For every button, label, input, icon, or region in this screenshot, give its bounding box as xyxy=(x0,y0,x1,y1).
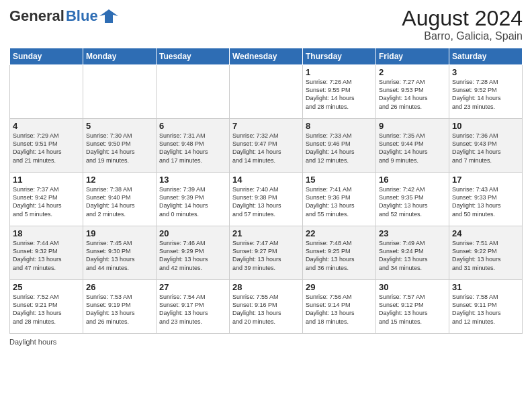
logo: General Blue xyxy=(9,7,118,26)
day-info: Sunrise: 7:55 AM Sunset: 9:16 PM Dayligh… xyxy=(232,293,300,326)
day-info: Sunrise: 7:26 AM Sunset: 9:55 PM Dayligh… xyxy=(306,78,373,111)
day-info: Sunrise: 7:45 AM Sunset: 9:30 PM Dayligh… xyxy=(86,239,153,272)
calendar-cell: 17Sunrise: 7:43 AM Sunset: 9:33 PM Dayli… xyxy=(449,173,523,226)
day-info: Sunrise: 7:35 AM Sunset: 9:44 PM Dayligh… xyxy=(379,132,446,165)
day-of-week-header: Sunday xyxy=(10,48,83,65)
day-info: Sunrise: 7:31 AM Sunset: 9:48 PM Dayligh… xyxy=(159,132,226,165)
calendar-cell: 18Sunrise: 7:44 AM Sunset: 9:32 PM Dayli… xyxy=(10,226,83,280)
day-number: 4 xyxy=(13,121,80,131)
page-subtitle: Barro, Galicia, Spain xyxy=(402,30,523,42)
svg-marker-0 xyxy=(99,9,118,23)
calendar-week-row: 25Sunrise: 7:52 AM Sunset: 9:21 PM Dayli… xyxy=(10,280,523,334)
calendar-cell: 26Sunrise: 7:53 AM Sunset: 9:19 PM Dayli… xyxy=(83,280,157,334)
logo-general: General xyxy=(9,7,64,25)
calendar-cell: 14Sunrise: 7:40 AM Sunset: 9:38 PM Dayli… xyxy=(230,173,303,226)
calendar-cell: 25Sunrise: 7:52 AM Sunset: 9:21 PM Dayli… xyxy=(10,280,83,334)
day-number: 14 xyxy=(232,175,300,185)
day-info: Sunrise: 7:49 AM Sunset: 9:24 PM Dayligh… xyxy=(379,239,446,272)
title-block: August 2024 Barro, Galicia, Spain xyxy=(402,7,523,42)
calendar-cell: 12Sunrise: 7:38 AM Sunset: 9:40 PM Dayli… xyxy=(83,173,157,226)
logo-blue: Blue xyxy=(66,7,98,25)
day-info: Sunrise: 7:48 AM Sunset: 9:25 PM Dayligh… xyxy=(306,239,373,272)
calendar-cell: 20Sunrise: 7:46 AM Sunset: 9:29 PM Dayli… xyxy=(157,226,230,280)
day-of-week-header: Tuesday xyxy=(157,48,230,65)
day-number: 7 xyxy=(232,121,300,131)
day-of-week-header: Wednesday xyxy=(230,48,303,65)
page-title: August 2024 xyxy=(402,7,523,30)
calendar-cell xyxy=(10,65,83,119)
day-number: 2 xyxy=(379,67,446,77)
calendar-cell: 16Sunrise: 7:42 AM Sunset: 9:35 PM Dayli… xyxy=(376,173,449,226)
calendar-cell: 23Sunrise: 7:49 AM Sunset: 9:24 PM Dayli… xyxy=(376,226,449,280)
day-info: Sunrise: 7:33 AM Sunset: 9:46 PM Dayligh… xyxy=(306,132,373,165)
day-info: Sunrise: 7:53 AM Sunset: 9:19 PM Dayligh… xyxy=(86,293,153,326)
daylight-label: Daylight hours xyxy=(9,338,56,346)
page-header: General Blue August 2024 Barro, Galicia,… xyxy=(9,7,523,42)
day-info: Sunrise: 7:57 AM Sunset: 9:12 PM Dayligh… xyxy=(379,293,446,326)
day-number: 28 xyxy=(232,282,300,292)
day-number: 27 xyxy=(159,282,226,292)
calendar-cell: 24Sunrise: 7:51 AM Sunset: 9:22 PM Dayli… xyxy=(449,226,523,280)
logo-bird-icon xyxy=(99,7,118,26)
day-number: 25 xyxy=(13,282,80,292)
calendar-cell: 11Sunrise: 7:37 AM Sunset: 9:42 PM Dayli… xyxy=(10,173,83,226)
calendar-cell: 15Sunrise: 7:41 AM Sunset: 9:36 PM Dayli… xyxy=(303,173,376,226)
day-number: 12 xyxy=(86,175,153,185)
day-info: Sunrise: 7:28 AM Sunset: 9:52 PM Dayligh… xyxy=(452,78,519,111)
day-info: Sunrise: 7:27 AM Sunset: 9:53 PM Dayligh… xyxy=(379,78,446,111)
calendar-cell: 22Sunrise: 7:48 AM Sunset: 9:25 PM Dayli… xyxy=(303,226,376,280)
day-of-week-header: Saturday xyxy=(449,48,523,65)
calendar-cell: 7Sunrise: 7:32 AM Sunset: 9:47 PM Daylig… xyxy=(230,119,303,173)
day-info: Sunrise: 7:56 AM Sunset: 9:14 PM Dayligh… xyxy=(306,293,373,326)
day-number: 10 xyxy=(452,121,519,131)
calendar-cell: 30Sunrise: 7:57 AM Sunset: 9:12 PM Dayli… xyxy=(376,280,449,334)
calendar-cell: 2Sunrise: 7:27 AM Sunset: 9:53 PM Daylig… xyxy=(376,65,449,119)
day-info: Sunrise: 7:41 AM Sunset: 9:36 PM Dayligh… xyxy=(306,185,373,218)
day-number: 31 xyxy=(452,282,519,292)
calendar-week-row: 1Sunrise: 7:26 AM Sunset: 9:55 PM Daylig… xyxy=(10,65,523,119)
calendar-cell: 6Sunrise: 7:31 AM Sunset: 9:48 PM Daylig… xyxy=(157,119,230,173)
day-number: 11 xyxy=(13,175,80,185)
day-info: Sunrise: 7:43 AM Sunset: 9:33 PM Dayligh… xyxy=(452,185,519,218)
day-info: Sunrise: 7:51 AM Sunset: 9:22 PM Dayligh… xyxy=(452,239,519,272)
day-number: 6 xyxy=(159,121,226,131)
calendar-cell: 5Sunrise: 7:30 AM Sunset: 9:50 PM Daylig… xyxy=(83,119,157,173)
calendar-cell: 29Sunrise: 7:56 AM Sunset: 9:14 PM Dayli… xyxy=(303,280,376,334)
calendar-header-row: SundayMondayTuesdayWednesdayThursdayFrid… xyxy=(10,48,523,65)
calendar-cell: 27Sunrise: 7:54 AM Sunset: 9:17 PM Dayli… xyxy=(157,280,230,334)
day-info: Sunrise: 7:47 AM Sunset: 9:27 PM Dayligh… xyxy=(232,239,300,272)
day-info: Sunrise: 7:40 AM Sunset: 9:38 PM Dayligh… xyxy=(232,185,300,218)
day-info: Sunrise: 7:36 AM Sunset: 9:43 PM Dayligh… xyxy=(452,132,519,165)
calendar-week-row: 11Sunrise: 7:37 AM Sunset: 9:42 PM Dayli… xyxy=(10,173,523,226)
calendar-table: SundayMondayTuesdayWednesdayThursdayFrid… xyxy=(9,48,523,334)
day-number: 1 xyxy=(306,67,373,77)
day-number: 30 xyxy=(379,282,446,292)
day-info: Sunrise: 7:37 AM Sunset: 9:42 PM Dayligh… xyxy=(13,185,80,218)
calendar-cell xyxy=(83,65,157,119)
day-number: 29 xyxy=(306,282,373,292)
day-number: 15 xyxy=(306,175,373,185)
day-number: 18 xyxy=(13,228,80,238)
day-number: 19 xyxy=(86,228,153,238)
calendar-cell: 4Sunrise: 7:29 AM Sunset: 9:51 PM Daylig… xyxy=(10,119,83,173)
day-info: Sunrise: 7:39 AM Sunset: 9:39 PM Dayligh… xyxy=(159,185,226,218)
day-number: 16 xyxy=(379,175,446,185)
calendar-cell: 13Sunrise: 7:39 AM Sunset: 9:39 PM Dayli… xyxy=(157,173,230,226)
day-of-week-header: Friday xyxy=(376,48,449,65)
calendar-cell: 19Sunrise: 7:45 AM Sunset: 9:30 PM Dayli… xyxy=(83,226,157,280)
day-number: 5 xyxy=(86,121,153,131)
day-number: 21 xyxy=(232,228,300,238)
day-number: 8 xyxy=(306,121,373,131)
calendar-cell: 8Sunrise: 7:33 AM Sunset: 9:46 PM Daylig… xyxy=(303,119,376,173)
calendar-cell: 31Sunrise: 7:58 AM Sunset: 9:11 PM Dayli… xyxy=(449,280,523,334)
day-number: 17 xyxy=(452,175,519,185)
calendar-cell: 1Sunrise: 7:26 AM Sunset: 9:55 PM Daylig… xyxy=(303,65,376,119)
calendar-cell: 21Sunrise: 7:47 AM Sunset: 9:27 PM Dayli… xyxy=(230,226,303,280)
day-number: 22 xyxy=(306,228,373,238)
calendar-cell: 28Sunrise: 7:55 AM Sunset: 9:16 PM Dayli… xyxy=(230,280,303,334)
day-number: 3 xyxy=(452,67,519,77)
day-info: Sunrise: 7:30 AM Sunset: 9:50 PM Dayligh… xyxy=(86,132,153,165)
day-of-week-header: Thursday xyxy=(303,48,376,65)
calendar-cell: 10Sunrise: 7:36 AM Sunset: 9:43 PM Dayli… xyxy=(449,119,523,173)
day-info: Sunrise: 7:44 AM Sunset: 9:32 PM Dayligh… xyxy=(13,239,80,272)
